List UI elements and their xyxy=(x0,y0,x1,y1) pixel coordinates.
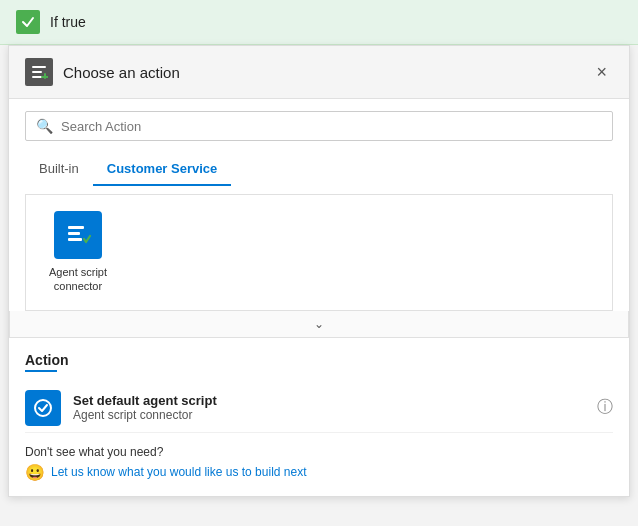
svg-rect-4 xyxy=(41,76,48,78)
modal-header-left: Choose an action xyxy=(25,58,180,86)
svg-rect-7 xyxy=(68,238,82,241)
modal-body: 🔍 Built-in Customer Service Agent script xyxy=(9,99,629,311)
expand-row[interactable]: ⌄ xyxy=(9,311,629,338)
connector-item[interactable]: Agent script connector xyxy=(42,211,114,294)
feedback-link[interactable]: Let us know what you would like us to bu… xyxy=(51,465,306,479)
chevron-down-icon: ⌄ xyxy=(314,317,324,331)
action-text-block: Set default agent script Agent script co… xyxy=(73,393,585,422)
tab-built-in[interactable]: Built-in xyxy=(25,153,93,186)
feedback-row: Don't see what you need? 😀 Let us know w… xyxy=(9,433,629,496)
action-title-underline xyxy=(25,370,57,372)
feedback-question: Don't see what you need? xyxy=(25,445,613,459)
action-item[interactable]: Set default agent script Agent script co… xyxy=(25,384,613,433)
action-header-icon xyxy=(25,58,53,86)
svg-rect-5 xyxy=(68,226,84,229)
feedback-emoji-icon: 😀 xyxy=(25,463,45,482)
search-input[interactable] xyxy=(61,119,602,134)
action-section-title: Action xyxy=(25,352,613,368)
svg-rect-6 xyxy=(68,232,80,235)
modal-header: Choose an action × xyxy=(9,46,629,99)
close-button[interactable]: × xyxy=(590,61,613,83)
action-name: Set default agent script xyxy=(73,393,585,408)
tabs-container: Built-in Customer Service xyxy=(25,153,613,186)
action-section: Action Set default agent script Agent sc… xyxy=(9,338,629,433)
search-icon: 🔍 xyxy=(36,118,53,134)
tab-customer-service[interactable]: Customer Service xyxy=(93,153,232,186)
svg-rect-0 xyxy=(32,66,46,68)
connector-icon xyxy=(54,211,102,259)
action-connector-name: Agent script connector xyxy=(73,408,585,422)
if-true-bar: If true xyxy=(0,0,638,45)
action-item-icon xyxy=(25,390,61,426)
choose-action-modal: Choose an action × 🔍 Built-in Customer S… xyxy=(8,45,630,497)
feedback-link-row: 😀 Let us know what you would like us to … xyxy=(25,463,613,482)
connectors-section: Agent script connector xyxy=(25,194,613,311)
svg-point-8 xyxy=(35,400,51,416)
connector-label: Agent script connector xyxy=(42,265,114,294)
search-box: 🔍 xyxy=(25,111,613,141)
action-info-icon[interactable]: ⓘ xyxy=(597,397,613,418)
svg-rect-1 xyxy=(32,71,42,73)
modal-title: Choose an action xyxy=(63,64,180,81)
if-true-label: If true xyxy=(50,14,86,30)
checkmark-icon xyxy=(16,10,40,34)
